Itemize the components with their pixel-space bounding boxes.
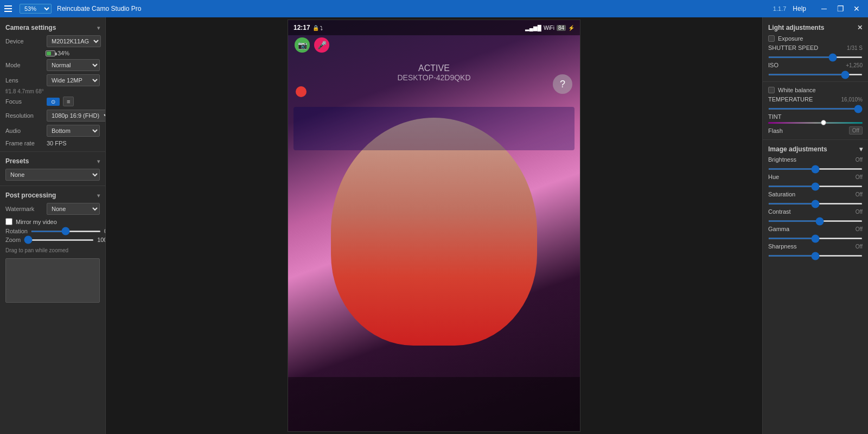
resolution-select[interactable]: 1080p 16:9 (FHD) [47, 110, 106, 122]
saturation-slider[interactable] [768, 203, 863, 205]
sharpness-slider[interactable] [768, 255, 863, 257]
contrast-value: Off [856, 209, 863, 215]
brightness-label: Brightness [768, 156, 796, 163]
app-version: 1.1.7 [773, 5, 786, 12]
wb-checkbox[interactable] [768, 87, 775, 93]
lens-select[interactable]: Wide 12MP [47, 74, 100, 86]
hamburger-menu[interactable] [4, 3, 15, 14]
help-button[interactable]: ? [553, 74, 572, 94]
iso-row: ISO +1,250 [763, 61, 868, 78]
pan-preview [5, 258, 100, 303]
tint-label: TINT [768, 113, 781, 120]
lens-info: f/1.8 4.7mm 68° [0, 88, 105, 95]
watermark-select[interactable]: None [47, 203, 100, 215]
iso-label: ISO [768, 62, 778, 68]
watermark-row: Watermark None [0, 201, 105, 216]
video-area: 12:17 🔒 ⤵ ▂▄▆█ WiFi 84 ⚡ 📷 🎤 [106, 17, 762, 434]
saturation-row: Saturation Off [763, 190, 868, 207]
iso-slider[interactable] [768, 74, 863, 75]
person-silhouette [331, 118, 537, 346]
device-select[interactable]: M2012K11AG [47, 35, 101, 47]
signal-icon: ▂▄▆█ [525, 25, 541, 31]
camera-icons-bar: 📷 🎤 [288, 35, 580, 55]
presets-chevron[interactable]: ▾ [97, 158, 100, 164]
mic-icon-circle: 🎤 [314, 37, 329, 53]
temperature-row: TEMPERATURE 16,010% [763, 95, 868, 112]
post-processing-chevron[interactable]: ▾ [97, 193, 100, 199]
lens-label: Lens [5, 77, 43, 84]
camera-settings-chevron[interactable]: ▾ [97, 25, 100, 31]
zoom-select[interactable]: 53% 100% [20, 4, 52, 14]
app-title: Reincubate Camo Studio Pro [57, 5, 773, 12]
hue-slider[interactable] [768, 186, 863, 187]
framerate-row: Frame rate 30 FPS [0, 138, 105, 148]
minimize-button[interactable]: ─ [817, 4, 831, 14]
device-label: Device [5, 38, 43, 44]
hue-value: Off [856, 174, 863, 180]
rotation-label: Rotation [5, 228, 28, 234]
gamma-value: Off [856, 226, 863, 232]
hue-label: Hue [768, 174, 779, 180]
light-adjustments-header: Light adjustments ✕ [763, 22, 868, 34]
window-controls: ─ ❐ ✕ [817, 4, 864, 14]
gamma-slider[interactable] [768, 238, 863, 239]
flash-value[interactable]: Off [849, 126, 863, 135]
mirror-label: Mirror my video [16, 219, 57, 225]
saturation-value: Off [856, 192, 863, 197]
active-text: ACTIVE [288, 63, 580, 73]
battery-percent: 34% [58, 50, 69, 56]
light-adjustments-chevron[interactable]: ✕ [857, 24, 863, 31]
brightness-slider[interactable] [768, 168, 863, 170]
contrast-slider[interactable] [768, 220, 863, 222]
close-button[interactable]: ✕ [850, 4, 864, 14]
phone-charging: ⚡ [568, 25, 575, 31]
exposure-toggle-row: Exposure [763, 34, 868, 43]
mirror-row: Mirror my video [0, 216, 105, 227]
temperature-slider[interactable] [768, 108, 863, 110]
brightness-value: Off [856, 157, 863, 163]
post-processing-header: Post processing ▾ [0, 189, 105, 201]
hue-row: Hue Off [763, 173, 868, 190]
focus-point-button[interactable]: ⊙ [47, 98, 60, 106]
wifi-icon: WiFi [544, 25, 554, 31]
device-row: Device M2012K11AG [0, 34, 105, 49]
rotation-row: Rotation 0° [0, 227, 105, 235]
brightness-row: Brightness Off [763, 155, 868, 173]
phone-battery: 84 [557, 25, 566, 31]
flash-row: Flash Off [763, 125, 868, 136]
rotation-slider[interactable] [31, 231, 101, 232]
camera-settings-header: Camera settings ▾ [0, 22, 105, 34]
wb-label: White balance [778, 87, 816, 93]
tint-row: TINT [763, 112, 868, 125]
gamma-row: Gamma Off [763, 225, 868, 242]
audio-label: Audio [5, 127, 43, 134]
focus-settings-button[interactable]: ≡ [63, 97, 74, 106]
phone-bottom-bar [288, 377, 580, 431]
mode-select[interactable]: Normal [47, 59, 100, 71]
titlebar: 53% 100% Reincubate Camo Studio Pro 1.1.… [0, 0, 868, 17]
exposure-label: Exposure [778, 35, 803, 42]
presets-select[interactable]: None [5, 169, 100, 181]
battery-row: 34% [0, 49, 105, 58]
mirror-checkbox[interactable] [5, 218, 12, 225]
statusbar-icons: 🔒 ⤵ [312, 25, 323, 31]
sharpness-value: Off [856, 244, 863, 250]
help-link[interactable]: Help [793, 5, 806, 12]
audio-select[interactable]: Bottom [47, 125, 100, 137]
exposure-checkbox[interactable] [768, 35, 775, 42]
framerate-label: Frame rate [5, 140, 43, 146]
temperature-value: 16,010% [841, 97, 863, 103]
maximize-button[interactable]: ❐ [833, 4, 847, 14]
mode-label: Mode [5, 62, 43, 68]
video-frame: 12:17 🔒 ⤵ ▂▄▆█ WiFi 84 ⚡ 📷 🎤 [288, 20, 580, 432]
zoom-slider[interactable] [24, 239, 94, 241]
shutter-speed-label: SHUTTER SPEED [768, 44, 818, 51]
gamma-label: Gamma [768, 226, 789, 232]
video-background: 12:17 🔒 ⤵ ▂▄▆█ WiFi 84 ⚡ 📷 🎤 [288, 20, 580, 431]
phone-statusbar: 12:17 🔒 ⤵ ▂▄▆█ WiFi 84 ⚡ [288, 20, 580, 35]
bg-screen-element [293, 107, 575, 150]
record-dot [296, 86, 307, 97]
battery-icon [46, 50, 55, 56]
shutter-speed-slider[interactable] [768, 56, 863, 58]
image-adjustments-chevron[interactable]: ▾ [859, 145, 863, 153]
